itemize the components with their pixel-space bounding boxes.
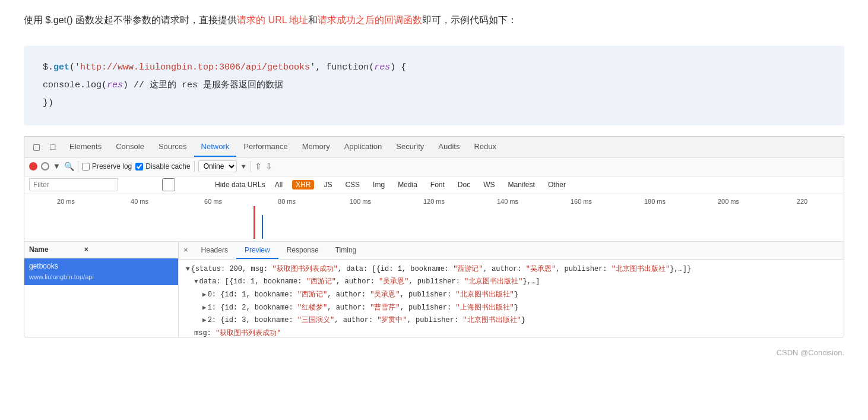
timeline-area: 20 ms 40 ms 60 ms 80 ms 100 ms 120 ms 14… xyxy=(24,194,844,242)
name-column-label: Name xyxy=(29,244,49,255)
request-row-getbooks[interactable]: getbooks www.liulongbin.top/api xyxy=(24,258,178,285)
watermark: CSDN @Concision. xyxy=(0,343,868,363)
expand-icon5[interactable]: ▶ xyxy=(202,317,207,324)
filter-ws[interactable]: WS xyxy=(480,180,498,190)
disable-cache-label[interactable]: Disable cache xyxy=(135,161,190,172)
request-url: www.liulongbin.top/api xyxy=(29,272,173,283)
close-icon[interactable]: × xyxy=(179,244,193,257)
tab-application[interactable]: Application xyxy=(337,136,389,157)
tab-memory[interactable]: Memory xyxy=(295,136,337,157)
preview-line4: ▶1: {id: 2, bookname: "红楼梦", author: "曹雪… xyxy=(186,302,837,315)
intro-red1: 请求的 URL 地址 xyxy=(237,15,308,25)
code-url: http://www.liulongbin.top:3006/api/getbo… xyxy=(80,62,310,72)
expand-icon4[interactable]: ▶ xyxy=(202,304,207,311)
intro-text2: 和 xyxy=(308,15,318,25)
watermark-text: CSDN @Concision. xyxy=(777,348,844,357)
intro-section: 使用 $.get() 函数发起不带参数的请求时，直接提供请求的 URL 地址和请… xyxy=(0,0,868,35)
code-mid: ', function( xyxy=(310,62,374,72)
preview-data-key: data: [{id: 1, bookname: "西游记", author: … xyxy=(199,277,540,286)
tab-redux[interactable]: Redux xyxy=(467,136,503,157)
preview-panel: × Headers Preview Response Timing ▼{stat… xyxy=(179,242,844,337)
name-list-header: Name × xyxy=(24,242,178,258)
filter-js[interactable]: JS xyxy=(320,180,335,190)
preview-item1: 1: {id: 2, bookname: "红楼梦", author: "曹雪芹… xyxy=(208,304,518,312)
upload-icon[interactable]: ⇧ xyxy=(255,160,262,173)
tl-label-120: 120 ms xyxy=(397,197,471,207)
throttle-arrow-icon: ▼ xyxy=(240,162,247,172)
tab-security[interactable]: Security xyxy=(389,136,431,157)
x-label: × xyxy=(84,244,88,255)
tab-console[interactable]: Console xyxy=(109,136,151,157)
filter-bar: Hide data URLs All XHR JS CSS Img Media … xyxy=(24,176,844,194)
download-icon[interactable]: ⇩ xyxy=(265,160,273,173)
tl-label-60: 60 ms xyxy=(176,197,250,207)
timeline-bar-blue xyxy=(262,215,263,239)
filter-doc[interactable]: Doc xyxy=(454,180,474,190)
code-paren: (' xyxy=(69,62,80,72)
preview-tab-timing[interactable]: Timing xyxy=(327,242,365,260)
preview-tab-response[interactable]: Response xyxy=(278,242,327,260)
filter-font[interactable]: Font xyxy=(427,180,448,190)
preserve-log-label[interactable]: Preserve log xyxy=(82,161,132,172)
tl-label-220: 220 xyxy=(765,197,839,207)
filter-icon[interactable]: ▼ xyxy=(53,160,61,173)
filter-css[interactable]: CSS xyxy=(341,180,363,190)
filter-other[interactable]: Other xyxy=(544,180,569,190)
intro-text3: 即可，示例代码如下： xyxy=(422,15,517,25)
code-block: $.get('http://www.liulongbin.top:3006/ap… xyxy=(24,46,844,125)
code-arg2: res xyxy=(107,80,123,90)
devtools-content: Name × getbooks www.liulongbin.top/api ×… xyxy=(24,242,844,337)
separator2 xyxy=(194,161,195,172)
record-button[interactable] xyxy=(29,162,37,170)
stop-button[interactable] xyxy=(41,162,49,170)
inspect-icon[interactable]: □ xyxy=(46,140,60,154)
timeline-bar-red xyxy=(254,206,255,239)
expand-icon2[interactable]: ▼ xyxy=(194,278,198,285)
preview-tab-preview[interactable]: Preview xyxy=(236,242,278,260)
preview-msg-key: msg: xyxy=(194,329,216,337)
intro-red2: 请求成功之后的回调函数 xyxy=(318,15,422,25)
code-end1: ) { xyxy=(390,62,406,72)
tl-label-80: 80 ms xyxy=(250,197,324,207)
filter-input[interactable] xyxy=(29,178,118,191)
tl-label-140: 140 ms xyxy=(471,197,544,207)
throttle-select[interactable]: Online xyxy=(198,160,237,172)
tab-elements[interactable]: Elements xyxy=(62,136,109,157)
filter-all[interactable]: All xyxy=(271,180,286,190)
tl-label-100: 100 ms xyxy=(324,197,397,207)
devtools-panel: ▢ □ Elements Console Sources Network Per… xyxy=(24,136,844,337)
expand-icon1[interactable]: ▼ xyxy=(186,266,190,273)
preview-tab-headers[interactable]: Headers xyxy=(193,242,236,260)
filter-manifest[interactable]: Manifest xyxy=(505,180,538,190)
filter-xhr[interactable]: XHR xyxy=(292,180,314,190)
code-arg1: res xyxy=(374,62,390,72)
cursor-icon[interactable]: ▢ xyxy=(29,140,43,154)
preserve-log-text: Preserve log xyxy=(92,161,132,172)
preview-tab-bar: × Headers Preview Response Timing xyxy=(179,242,844,260)
disable-cache-checkbox[interactable] xyxy=(135,163,143,170)
expand-icon3[interactable]: ▶ xyxy=(202,291,207,298)
code-dollar: $. xyxy=(43,62,53,72)
filter-img[interactable]: Img xyxy=(369,180,388,190)
preserve-log-checkbox[interactable] xyxy=(82,163,90,170)
tab-network[interactable]: Network xyxy=(194,136,237,157)
filter-media[interactable]: Media xyxy=(394,180,421,190)
preview-line6: msg: "获取图书列表成功" xyxy=(186,327,837,337)
tab-performance[interactable]: Performance xyxy=(236,136,294,157)
tl-label-20: 20 ms xyxy=(29,197,103,207)
separator1 xyxy=(78,161,78,172)
hide-data-urls-checkbox[interactable] xyxy=(124,178,213,191)
request-name: getbooks xyxy=(29,261,173,272)
tab-audits[interactable]: Audits xyxy=(431,136,467,157)
preview-item2: 2: {id: 3, bookname: "三国演义", author: "罗贯… xyxy=(208,316,525,324)
tab-sources[interactable]: Sources xyxy=(151,136,194,157)
preview-content: ▼{status: 200, msg: "获取图书列表成功", data: [{… xyxy=(179,260,844,337)
devtools-tab-bar: ▢ □ Elements Console Sources Network Per… xyxy=(24,137,844,157)
code-get-fn: get xyxy=(53,62,69,72)
hide-data-urls-label[interactable]: Hide data URLs xyxy=(124,178,265,191)
preview-item0: 0: {id: 1, bookname: "西游记", author: "吴承恩… xyxy=(208,290,518,299)
tl-label-180: 180 ms xyxy=(618,197,692,207)
search-icon[interactable]: 🔍 xyxy=(64,160,74,173)
code-post2: ) // 这里的 res 是服务器返回的数据 xyxy=(123,80,283,90)
code-line3: }) xyxy=(43,94,825,112)
